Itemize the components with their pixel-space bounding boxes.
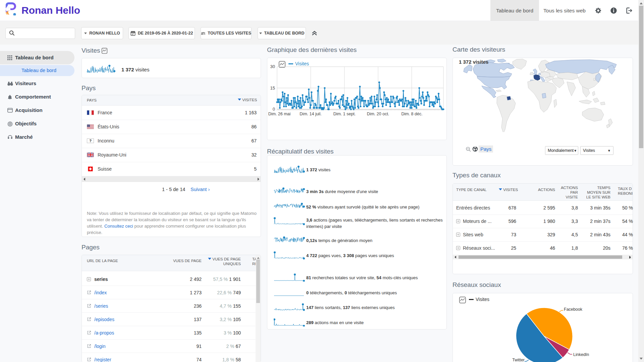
svg-text:LinkedIn: LinkedIn (573, 352, 589, 357)
svg-text:Twitter: Twitter (512, 358, 525, 362)
svg-text:Dim. 20 oct.: Dim. 20 oct. (367, 112, 389, 116)
svg-text:Dim. 14 juil.: Dim. 14 juil. (300, 112, 321, 116)
svg-text:?: ? (89, 139, 92, 143)
svg-text:15: 15 (270, 85, 275, 90)
svg-text:Facebook: Facebook (564, 307, 583, 312)
svg-text:Dim. 8 déc.: Dim. 8 déc. (401, 112, 422, 116)
svg-text:Dim. 26 mai: Dim. 26 mai (268, 112, 291, 116)
svg-text:0: 0 (273, 107, 275, 112)
svg-text:30: 30 (270, 64, 275, 69)
svg-text:Dim. 1 sept.: Dim. 1 sept. (333, 112, 356, 116)
